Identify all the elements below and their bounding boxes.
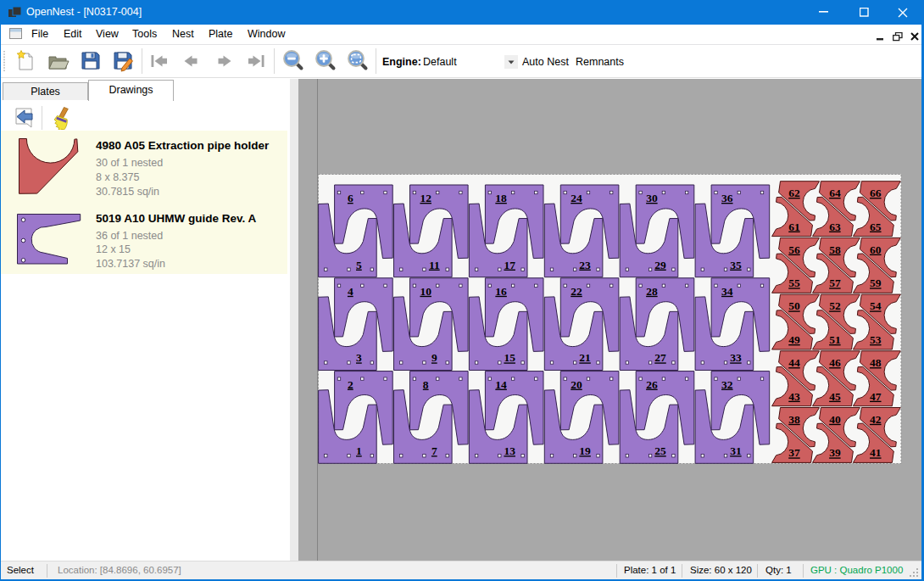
svg-text:2: 2 <box>348 378 353 391</box>
svg-text:9: 9 <box>431 351 437 364</box>
svg-text:33: 33 <box>730 351 742 364</box>
svg-text:6: 6 <box>348 192 353 204</box>
svg-text:35: 35 <box>730 259 742 271</box>
svg-text:7: 7 <box>431 444 437 457</box>
svg-text:4: 4 <box>348 285 353 298</box>
svg-text:51: 51 <box>829 333 841 346</box>
svg-text:61: 61 <box>788 221 800 233</box>
svg-text:62: 62 <box>788 187 800 199</box>
svg-text:11: 11 <box>429 259 440 271</box>
svg-text:1: 1 <box>356 444 362 457</box>
svg-text:43: 43 <box>788 390 800 403</box>
svg-text:64: 64 <box>829 187 841 199</box>
svg-text:26: 26 <box>646 378 658 391</box>
svg-text:36: 36 <box>721 192 733 204</box>
svg-text:13: 13 <box>504 444 515 457</box>
svg-text:29: 29 <box>654 259 666 271</box>
svg-text:32: 32 <box>721 378 733 391</box>
svg-text:50: 50 <box>788 299 800 312</box>
svg-text:8: 8 <box>423 378 429 391</box>
svg-text:47: 47 <box>870 390 882 403</box>
svg-text:14: 14 <box>495 378 507 391</box>
svg-text:40: 40 <box>829 413 841 426</box>
svg-text:44: 44 <box>788 356 800 369</box>
svg-text:28: 28 <box>646 285 658 298</box>
svg-text:19: 19 <box>579 444 591 457</box>
svg-text:54: 54 <box>870 299 882 312</box>
svg-text:56: 56 <box>788 243 800 256</box>
svg-text:48: 48 <box>870 356 882 369</box>
svg-text:20: 20 <box>571 378 582 391</box>
svg-text:42: 42 <box>870 413 882 426</box>
svg-text:55: 55 <box>788 277 800 289</box>
svg-text:23: 23 <box>579 259 591 271</box>
svg-text:38: 38 <box>788 413 800 426</box>
svg-text:49: 49 <box>788 333 800 346</box>
svg-text:10: 10 <box>420 285 431 298</box>
svg-text:34: 34 <box>721 285 733 298</box>
svg-text:66: 66 <box>870 187 882 199</box>
svg-text:41: 41 <box>870 446 882 459</box>
svg-text:65: 65 <box>870 221 882 233</box>
svg-text:31: 31 <box>730 444 742 457</box>
svg-text:27: 27 <box>654 351 666 364</box>
svg-text:53: 53 <box>870 333 882 346</box>
svg-text:17: 17 <box>504 259 515 271</box>
svg-text:37: 37 <box>788 446 800 459</box>
svg-text:22: 22 <box>571 285 582 298</box>
svg-text:63: 63 <box>829 221 841 233</box>
svg-text:5: 5 <box>356 259 362 271</box>
svg-text:16: 16 <box>495 285 507 298</box>
svg-text:3: 3 <box>356 351 362 364</box>
svg-text:59: 59 <box>870 277 882 289</box>
svg-text:39: 39 <box>829 446 841 459</box>
svg-text:21: 21 <box>579 351 591 364</box>
svg-text:12: 12 <box>420 192 431 204</box>
svg-text:52: 52 <box>829 299 841 312</box>
svg-text:57: 57 <box>829 277 841 289</box>
svg-text:46: 46 <box>829 356 841 369</box>
svg-text:18: 18 <box>495 192 507 204</box>
svg-text:30: 30 <box>646 192 658 204</box>
svg-text:25: 25 <box>654 444 666 457</box>
svg-text:45: 45 <box>829 390 841 403</box>
svg-text:60: 60 <box>870 243 882 256</box>
svg-text:58: 58 <box>829 243 841 256</box>
svg-text:24: 24 <box>571 192 582 204</box>
svg-text:15: 15 <box>504 351 515 364</box>
